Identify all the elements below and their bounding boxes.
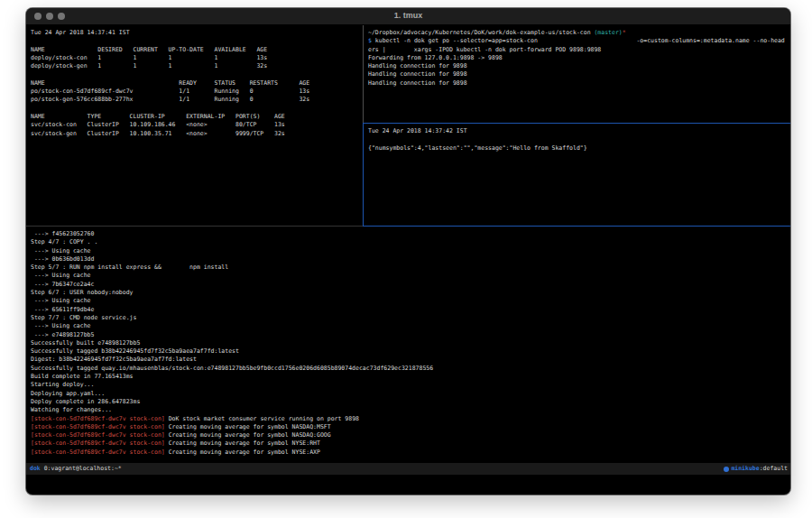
pane-skaffold-log[interactable]: ---> f45623052760Step 4/7 : COPY . . ---… [26, 227, 789, 463]
terminal-line: [stock-con-5d7df689cf-dwc7v stock-con] C… [31, 431, 789, 439]
terminal-line: svc/stock-con ClusterIP 10.109.186.46 <n… [31, 121, 363, 129]
terminal-line: {"numsymbols":4,"lastseen":"","message":… [368, 144, 789, 153]
terminal-line [368, 135, 789, 143]
terminal-line: Handling connection for 9898 [368, 79, 789, 88]
terminal-line: Successfully built e74898127bb5 [31, 339, 789, 347]
terminal-line [31, 37, 363, 45]
window-title: 1. tmux [26, 11, 790, 20]
terminal-line: Digest: b38b42246945fd7f32c5ba9aea7af7fd… [31, 356, 789, 364]
terminal-line: ---> f45623052760 [31, 230, 789, 238]
terminal-line: Starting deploy... [31, 381, 789, 389]
terminal-line: Step 5/7 : RUN npm install express && np… [31, 264, 789, 272]
terminal-line: Tue 24 Apr 2018 14:37:41 IST [31, 29, 363, 37]
terminal-line: [stock-con-5d7df689cf-dwc7v stock-con] C… [31, 449, 789, 457]
terminal-line: svc/stock-gen ClusterIP 10.100.35.71 <no… [31, 130, 363, 138]
terminal-line: Successfully tagged b38b42246945fd7f32c5… [31, 347, 789, 356]
terminal-line: ---> Using cache [31, 297, 789, 305]
terminal-line: NAME TYPE CLUSTER-IP EXTERNAL-IP PORT(S)… [31, 113, 363, 121]
terminal-line: ---> 65611ff9db4e [31, 306, 789, 314]
terminal-window: 1. tmux Tue 24 Apr 2018 14:37:41 IST NAM… [26, 8, 790, 495]
terminal-line: Step 7/7 : CMD node service.js [31, 314, 789, 322]
terminal-line [31, 70, 363, 79]
terminal-line: Watching for changes... [31, 406, 789, 414]
terminal-line: Deploy complete in 286.647823ms [31, 398, 789, 406]
terminal-line: Handling connection for 9898 [368, 62, 789, 70]
terminal-line: deploy/stock-gen 1 1 1 1 32s [31, 62, 363, 70]
terminal-line: po/stock-con-5d7df689cf-dwc7v 1/1 Runnin… [31, 88, 363, 96]
status-left: dok 0:vagrant@localhost:~* [30, 463, 122, 475]
pane-divider-horizontal-inactive[interactable] [26, 226, 363, 227]
terminal-line: Tue 24 Apr 2018 14:37:42 IST [368, 127, 789, 135]
terminal-line: [stock-con-5d7df689cf-dwc7v stock-con] C… [31, 439, 789, 448]
terminal-line: ---> 7b6347ce2a4c [31, 281, 789, 289]
terminal-line: ers | xargs -IPOD kubectl -n dok port-fo… [368, 46, 789, 54]
terminal-line: ---> Using cache [31, 247, 789, 255]
terminal-line: NAME DESIRED CURRENT UP-TO-DATE AVAILABL… [31, 46, 363, 54]
terminal-line: ---> 0b636bd013dd [31, 255, 789, 264]
session-name: dok [30, 465, 41, 472]
terminal-line: Build complete in 77.165413ms [31, 373, 789, 381]
status-right: minikube:default [724, 463, 788, 475]
terminal-line: ---> Using cache [31, 322, 789, 330]
terminal-line: NAME READY STATUS RESTARTS AGE [31, 79, 363, 88]
kube-namespace: :default [760, 463, 788, 475]
terminal-line: po/stock-gen-576cc688bb-277hx 1/1 Runnin… [31, 96, 363, 104]
terminal-line: Handling connection for 9898 [368, 70, 789, 79]
terminal-line: deploy/stock-con 1 1 1 1 13s [31, 54, 363, 62]
pane-kubectl-resources[interactable]: Tue 24 Apr 2018 14:37:41 IST NAME DESIRE… [26, 25, 363, 226]
terminal-line: ~/Dropbox/advocacy/Kubernetes/DoK/work/d… [368, 29, 789, 37]
terminal-line: $ kubectl -n dok get po --selector=app=s… [368, 37, 789, 45]
kubernetes-icon [724, 467, 729, 472]
terminal-line [31, 105, 363, 113]
status-window-item[interactable]: 0:vagrant@localhost:~* [41, 465, 122, 472]
terminal-line: Successfully tagged quay.io/mhausenblas/… [31, 365, 789, 373]
kube-context: minikube [731, 463, 759, 475]
terminal-line: Deploying app.yaml... [31, 390, 789, 398]
tmux-status-bar: dok 0:vagrant@localhost:~* minikube:defa… [26, 463, 790, 475]
terminal-line: [stock-con-5d7df689cf-dwc7v stock-con] C… [31, 423, 789, 431]
pane-port-forward[interactable]: ~/Dropbox/advocacy/Kubernetes/DoK/work/d… [364, 25, 789, 123]
pane-divider-horizontal-active-bottom[interactable] [364, 226, 790, 227]
titlebar: 1. tmux [26, 8, 790, 25]
pane-divider-vertical-active[interactable] [363, 123, 364, 227]
terminal-line: ---> e74898127bb5 [31, 331, 789, 339]
terminal-line: Step 6/7 : USER nobody:nobody [31, 289, 789, 297]
pane-divider-vertical-inactive[interactable] [363, 25, 364, 123]
terminal-line: ---> Using cache [31, 272, 789, 280]
terminal-line: Forwarding from 127.0.0.1:9898 -> 9898 [368, 54, 789, 62]
terminal-line: [stock-con-5d7df689cf-dwc7v stock-con] D… [31, 415, 789, 423]
terminal-line: Step 4/7 : COPY . . [31, 238, 789, 246]
pane-divider-horizontal-active-top[interactable] [364, 123, 790, 124]
pane-curl-response[interactable]: Tue 24 Apr 2018 14:37:42 IST {"numsymbol… [364, 124, 789, 226]
